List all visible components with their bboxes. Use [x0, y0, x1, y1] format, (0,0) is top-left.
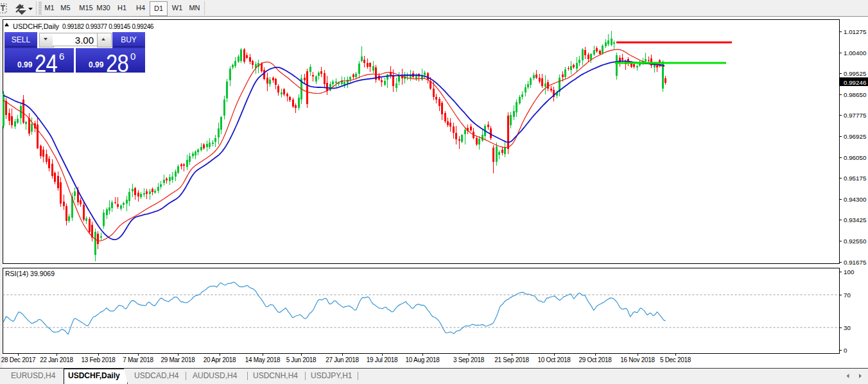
svg-text:7 Mar 2018: 7 Mar 2018: [123, 356, 153, 363]
svg-text:5 Dec 2018: 5 Dec 2018: [660, 356, 691, 363]
svg-text:0.99525: 0.99525: [844, 70, 867, 77]
svg-text:14 May 2018: 14 May 2018: [245, 356, 281, 363]
svg-text:RSI(14) 39.9069: RSI(14) 39.9069: [5, 270, 55, 277]
svg-text:28 Dec 2017: 28 Dec 2017: [1, 356, 36, 363]
svg-text:0.99246: 0.99246: [844, 79, 867, 86]
svg-text:29 Oct 2018: 29 Oct 2018: [578, 356, 612, 363]
svg-text:0.94300: 0.94300: [844, 196, 867, 203]
svg-text:30: 30: [844, 324, 851, 331]
svg-text:100: 100: [844, 268, 855, 275]
svg-text:USDCHF,Daily: USDCHF,Daily: [13, 22, 60, 30]
svg-text:1.00400: 1.00400: [844, 49, 867, 57]
svg-text:3 Sep 2018: 3 Sep 2018: [453, 356, 485, 363]
svg-text:10 Oct 2018: 10 Oct 2018: [537, 356, 571, 363]
svg-text:0.93425: 0.93425: [844, 216, 867, 223]
svg-text:0.96925: 0.96925: [844, 133, 867, 140]
svg-text:20 Apr 2018: 20 Apr 2018: [204, 356, 236, 363]
svg-text:16 Nov 2018: 16 Nov 2018: [620, 356, 655, 363]
svg-text:0.92550: 0.92550: [844, 238, 867, 245]
svg-text:0.99182 0.99377 0.99145 0.9924: 0.99182 0.99377 0.99145 0.99246: [62, 23, 154, 30]
svg-text:1.01275: 1.01275: [844, 28, 867, 35]
svg-text:5 Jun 2018: 5 Jun 2018: [286, 356, 317, 363]
svg-text:27 Jun 2018: 27 Jun 2018: [326, 356, 359, 363]
svg-text:13 Feb 2018: 13 Feb 2018: [82, 356, 116, 363]
svg-text:29 Mar 2018: 29 Mar 2018: [161, 356, 196, 363]
svg-text:19 Jul 2018: 19 Jul 2018: [367, 356, 398, 363]
svg-text:0.98650: 0.98650: [844, 91, 867, 98]
svg-text:21 Sep 2018: 21 Sep 2018: [494, 356, 529, 363]
svg-text:0.97775: 0.97775: [844, 112, 867, 119]
svg-text:10 Aug 2018: 10 Aug 2018: [406, 356, 440, 363]
svg-text:0.95175: 0.95175: [844, 175, 867, 182]
svg-text:0.96050: 0.96050: [844, 154, 867, 161]
svg-text:70: 70: [844, 292, 851, 299]
svg-text:0: 0: [844, 347, 847, 354]
svg-text:22 Jan 2018: 22 Jan 2018: [40, 356, 73, 363]
svg-text:0.91675: 0.91675: [844, 259, 867, 266]
